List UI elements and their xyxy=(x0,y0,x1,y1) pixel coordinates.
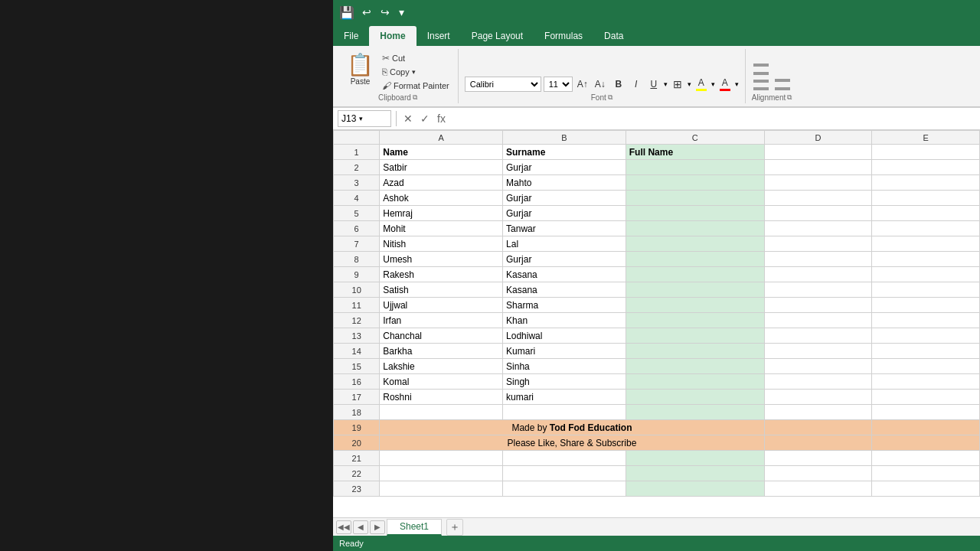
cell-e[interactable] xyxy=(872,252,980,267)
cell-b[interactable]: Gurjar xyxy=(503,160,626,175)
cell-d[interactable] xyxy=(764,236,872,252)
cell-c[interactable] xyxy=(626,466,764,481)
cell-a[interactable]: Nitish xyxy=(380,236,503,252)
cell-c[interactable] xyxy=(626,175,764,191)
redo-btn[interactable]: ↪ xyxy=(377,5,393,20)
formula-confirm-btn[interactable]: ✓ xyxy=(418,112,432,125)
copy-button[interactable]: ⎘ Copy ▾ xyxy=(380,66,452,78)
cell-d[interactable] xyxy=(764,344,872,359)
cell-d[interactable] xyxy=(764,206,872,221)
cell-b[interactable]: Mahto xyxy=(503,175,626,191)
cell-b[interactable]: Sinha xyxy=(503,359,626,374)
cell-d[interactable] xyxy=(764,390,872,405)
cell-d[interactable] xyxy=(764,175,872,191)
cell-b[interactable]: Gurjar xyxy=(503,252,626,267)
cell-a[interactable] xyxy=(380,481,503,497)
col-header-a[interactable]: A xyxy=(380,131,503,145)
cell-b[interactable]: Sharma xyxy=(503,298,626,313)
italic-button[interactable]: I xyxy=(629,77,644,92)
cell-e[interactable] xyxy=(872,374,980,390)
cell-a[interactable]: Mohit xyxy=(380,221,503,236)
cell-a[interactable]: Satbir xyxy=(380,160,503,175)
cell-a[interactable]: Please Like, Share & Subscribe xyxy=(380,435,764,451)
cell-c[interactable] xyxy=(626,221,764,236)
font-size-select[interactable]: 11 xyxy=(544,77,573,92)
cell-d[interactable] xyxy=(764,298,872,313)
cell-e[interactable] xyxy=(872,405,980,420)
col-header-c[interactable]: C xyxy=(626,131,764,145)
cell-c[interactable] xyxy=(626,405,764,420)
cell-e[interactable] xyxy=(872,435,980,451)
cell-b[interactable]: Lal xyxy=(503,236,626,252)
cell-c[interactable] xyxy=(626,267,764,282)
cell-d[interactable] xyxy=(764,481,872,497)
quick-access-more[interactable]: ▾ xyxy=(396,5,407,20)
cell-e[interactable] xyxy=(872,236,980,252)
cell-a[interactable]: Satish xyxy=(380,282,503,298)
cell-d[interactable] xyxy=(764,313,872,328)
cell-c[interactable] xyxy=(626,252,764,267)
borders-btn[interactable]: ⊞ xyxy=(670,77,685,92)
cell-reference[interactable]: J13 ▾ xyxy=(338,110,391,127)
increase-font-size-btn[interactable]: A↑ xyxy=(575,77,590,92)
cell-d[interactable] xyxy=(764,160,872,175)
sheet-tab-sheet1[interactable]: Sheet1 xyxy=(387,519,442,536)
sheet-nav-first[interactable]: ◀◀ xyxy=(336,520,351,534)
cell-c[interactable] xyxy=(626,313,764,328)
cell-c[interactable] xyxy=(626,390,764,405)
cell-b[interactable]: Gurjar xyxy=(503,191,626,206)
cell-d[interactable] xyxy=(764,267,872,282)
tab-home[interactable]: Home xyxy=(369,26,416,46)
formula-fx-btn[interactable]: fx xyxy=(435,112,448,125)
cell-e[interactable] xyxy=(872,481,980,497)
cell-a[interactable]: Ujjwal xyxy=(380,298,503,313)
cell-a[interactable]: Hemraj xyxy=(380,206,503,221)
cell-ref-dropdown[interactable]: ▾ xyxy=(359,115,363,122)
cell-e[interactable] xyxy=(872,206,980,221)
cell-b[interactable]: kumari xyxy=(503,390,626,405)
cell-a[interactable]: Umesh xyxy=(380,252,503,267)
cell-e[interactable] xyxy=(872,451,980,466)
tab-insert[interactable]: Insert xyxy=(416,26,461,46)
cell-e[interactable] xyxy=(872,466,980,481)
col-header-e[interactable]: E xyxy=(872,131,980,145)
cell-b[interactable]: Tanwar xyxy=(503,221,626,236)
cell-c[interactable] xyxy=(626,328,764,344)
cell-b[interactable]: Kasana xyxy=(503,267,626,282)
tab-file[interactable]: File xyxy=(333,26,369,46)
cell-e[interactable] xyxy=(872,282,980,298)
cell-b[interactable]: Surname xyxy=(503,145,626,160)
cell-e[interactable] xyxy=(872,267,980,282)
cell-e[interactable] xyxy=(872,313,980,328)
cell-b[interactable]: Kumari xyxy=(503,344,626,359)
cell-d[interactable] xyxy=(764,435,872,451)
col-header-d[interactable]: D xyxy=(764,131,872,145)
cell-c[interactable] xyxy=(626,206,764,221)
cell-d[interactable] xyxy=(764,282,872,298)
cell-d[interactable] xyxy=(764,359,872,374)
decrease-font-size-btn[interactable]: A↓ xyxy=(593,77,608,92)
cell-e[interactable] xyxy=(872,145,980,160)
cell-a[interactable]: Chanchal xyxy=(380,328,503,344)
cell-c[interactable] xyxy=(626,282,764,298)
cell-d[interactable] xyxy=(764,405,872,420)
cell-e[interactable] xyxy=(872,359,980,374)
highlight-color-btn[interactable]: A xyxy=(694,77,709,92)
cell-c[interactable] xyxy=(626,451,764,466)
cell-b[interactable]: Singh xyxy=(503,374,626,390)
cell-b[interactable]: Kasana xyxy=(503,282,626,298)
cell-a[interactable]: Irfan xyxy=(380,313,503,328)
cell-b[interactable]: Gurjar xyxy=(503,206,626,221)
format-painter-button[interactable]: 🖌 Format Painter xyxy=(380,80,452,92)
cell-e[interactable] xyxy=(872,191,980,206)
borders-dropdown[interactable]: ▾ xyxy=(688,80,691,88)
add-sheet-button[interactable]: ＋ xyxy=(446,519,463,536)
cell-d[interactable] xyxy=(764,420,872,435)
cell-b[interactable]: Khan xyxy=(503,313,626,328)
cell-a[interactable]: Rakesh xyxy=(380,267,503,282)
tab-page-layout[interactable]: Page Layout xyxy=(461,26,534,46)
sheet-nav-prev[interactable]: ◀ xyxy=(353,520,368,534)
font-color-dropdown[interactable]: ▾ xyxy=(735,80,739,88)
cell-b[interactable] xyxy=(503,451,626,466)
cell-a[interactable]: Komal xyxy=(380,374,503,390)
